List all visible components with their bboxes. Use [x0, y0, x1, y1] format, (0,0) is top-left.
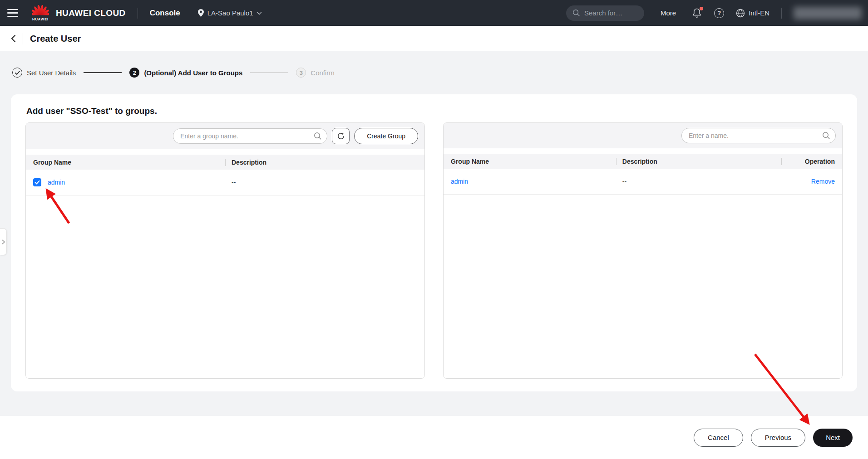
previous-button[interactable]: Previous [751, 429, 805, 447]
table-row: admin -- Remove [444, 169, 842, 195]
column-group-name: Group Name [451, 158, 616, 165]
page-header: Create User [0, 26, 868, 51]
step-confirm: 3 Confirm [296, 68, 335, 78]
brand-title: HUAWEI CLOUD [56, 8, 126, 18]
chevron-left-icon [11, 34, 16, 43]
location-pin-icon [197, 9, 204, 17]
step1-label: Set User Details [27, 69, 76, 77]
group-checkbox-checked[interactable] [33, 178, 41, 186]
group-description: -- [225, 179, 417, 186]
column-group-name: Group Name [33, 159, 225, 166]
refresh-button[interactable] [332, 128, 350, 144]
card-heading: Add user "SSO-Test" to groups. [26, 106, 843, 116]
step-set-user-details[interactable]: Set User Details [12, 68, 76, 78]
step3-number: 3 [296, 68, 306, 78]
refresh-icon [337, 132, 345, 140]
column-description: Description [225, 159, 417, 166]
group-name-link[interactable]: admin [48, 179, 65, 186]
remove-link[interactable]: Remove [811, 178, 835, 185]
language-selector[interactable]: Intl-EN [736, 9, 769, 18]
group-search-input[interactable] [173, 128, 327, 144]
table-row: admin -- [26, 170, 424, 195]
cancel-button[interactable]: Cancel [694, 429, 743, 447]
page-title: Create User [30, 34, 81, 44]
more-menu[interactable]: More [661, 9, 676, 17]
search-icon[interactable] [314, 132, 322, 140]
huawei-flower-icon [32, 5, 49, 17]
selected-groups-panel: Group Name Description Operation admin -… [443, 122, 843, 379]
search-icon [572, 9, 580, 17]
step2-label: (Optional) Add User to Groups [144, 69, 242, 77]
step1-check-icon [12, 68, 22, 78]
console-link[interactable]: Console [150, 9, 180, 18]
group-search [173, 128, 327, 144]
topbar-divider [138, 8, 138, 19]
table-empty-area [444, 195, 842, 378]
region-label: LA-Sao Paulo1 [207, 9, 253, 17]
chevron-down-icon [256, 11, 262, 15]
globe-icon [736, 9, 745, 18]
column-operation: Operation [781, 158, 835, 165]
sidebar-expand-handle[interactable] [0, 228, 7, 255]
column-description: Description [616, 158, 781, 165]
search-icon[interactable] [822, 132, 830, 140]
account-name-redacted[interactable] [794, 7, 862, 20]
notification-badge-dot [700, 7, 703, 10]
selected-groups-toolbar [444, 123, 842, 148]
group-description: -- [616, 178, 781, 185]
topbar: HUAWEI HUAWEI CLOUD Console LA-Sao Paulo… [0, 0, 868, 26]
notifications-button[interactable] [691, 7, 702, 19]
selected-search [681, 128, 836, 143]
global-search[interactable]: Search for… [566, 5, 644, 21]
create-group-button[interactable]: Create Group [354, 128, 418, 144]
screen: HUAWEI HUAWEI CLOUD Console LA-Sao Paulo… [0, 0, 868, 459]
huawei-logo[interactable]: HUAWEI [32, 5, 49, 21]
menu-icon[interactable] [0, 0, 25, 26]
wizard-steps: Set User Details 2 (Optional) Add User t… [12, 68, 868, 78]
step2-number: 2 [129, 68, 139, 78]
next-button[interactable]: Next [813, 429, 853, 447]
help-button[interactable]: ? [714, 8, 724, 18]
available-groups-toolbar: Create Group [26, 123, 424, 149]
header-divider [23, 33, 23, 44]
topbar-divider [781, 8, 782, 19]
huawei-logo-word: HUAWEI [32, 17, 49, 21]
available-groups-panel: Create Group Group Name Description admi… [25, 122, 425, 379]
chevron-right-icon [2, 239, 5, 244]
step-connector [250, 72, 288, 73]
language-label: Intl-EN [749, 9, 769, 17]
check-icon [35, 180, 40, 185]
wizard-footer: Cancel Previous Next [0, 416, 868, 459]
table-empty-area [26, 195, 424, 378]
table-header: Group Name Description [26, 155, 424, 170]
group-name-link[interactable]: admin [451, 178, 468, 185]
table-header: Group Name Description Operation [444, 154, 842, 169]
step3-label: Confirm [311, 69, 335, 77]
selected-search-input[interactable] [681, 128, 836, 143]
step-connector [84, 72, 122, 73]
global-search-placeholder: Search for… [584, 9, 622, 17]
step-add-user-to-groups: 2 (Optional) Add User to Groups [129, 68, 242, 78]
content-card: Add user "SSO-Test" to groups. [11, 94, 857, 391]
back-button[interactable] [11, 34, 16, 43]
region-selector[interactable]: LA-Sao Paulo1 [197, 9, 262, 17]
